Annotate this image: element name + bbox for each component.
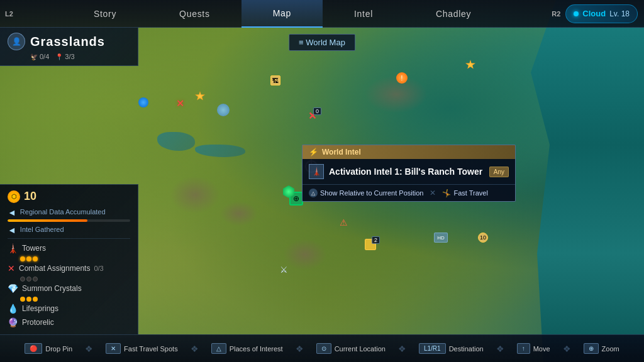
- drop-pin-text: Drop Pin: [45, 345, 72, 353]
- tooltip-header-icon: ⚡: [309, 148, 318, 156]
- show-position-action[interactable]: △ Show Relative to Current Position: [309, 189, 423, 197]
- divider: [8, 238, 130, 239]
- arrow-icon: ◄: [8, 207, 16, 217]
- summon-dots: [20, 297, 130, 302]
- dot-2: [26, 256, 31, 261]
- intel-summon: 💎 Summon Crystals: [8, 282, 130, 295]
- right-shoulder-btn[interactable]: R2: [547, 10, 565, 18]
- top-navigation: L2 Story Quests Map Intel Chadley R2 Clo…: [0, 0, 644, 28]
- combat-label: Combat Assignments: [19, 264, 90, 273]
- action-destination: L1/R1 Destination: [419, 343, 484, 354]
- tab-intel[interactable]: Intel: [323, 0, 404, 28]
- dot-s2: [26, 297, 31, 302]
- summon-icon: 💎: [8, 283, 18, 293]
- intel-combat: ✕ Combat Assignments 0/3: [8, 261, 130, 275]
- towers-dots: [20, 256, 130, 261]
- move-text: Move: [533, 345, 550, 353]
- fast-travel-label: Fast Travel: [453, 189, 487, 197]
- chocobo-icon: 🦅: [30, 53, 38, 60]
- character-name: Cloud: [582, 9, 606, 18]
- world-map-button[interactable]: ≡ World Map: [289, 34, 355, 51]
- fast-travel-text: Fast Travel Spots: [124, 345, 178, 353]
- action-current-location: ⊙ Current Location: [316, 343, 386, 354]
- stat-location-value: 3/3: [65, 53, 74, 60]
- terrain-rocks-3: [283, 239, 327, 270]
- nav-tabs: Story Quests Map Intel Chadley: [18, 0, 547, 28]
- protorelic-label: Protorelic: [22, 318, 54, 327]
- combat-count: 0/3: [94, 265, 103, 272]
- dot-3: [33, 256, 38, 261]
- intel-lifesprings: 💧 Lifesprings: [8, 302, 130, 315]
- score-display: ⬡ 10: [8, 190, 130, 203]
- combat-icon: ✕: [8, 263, 15, 273]
- accumulated-progress: [8, 219, 130, 222]
- tooltip-header-text: World Intel: [322, 148, 361, 156]
- tooltip-actions: △ Show Relative to Current Position ✕ 🤸 …: [303, 185, 515, 201]
- places-text: Places of Interest: [230, 345, 283, 353]
- zoom-btn[interactable]: ⊕: [584, 343, 599, 354]
- score-icon: ⬡: [8, 190, 20, 203]
- drop-pin-btn[interactable]: 🔴: [25, 343, 42, 354]
- action-drop-pin: 🔴 Drop Pin: [25, 343, 72, 354]
- fast-travel-spots-btn[interactable]: ✕: [106, 343, 121, 354]
- progress-bar-bg: [8, 219, 130, 222]
- fast-travel-action[interactable]: 🤸 Fast Travel: [442, 189, 487, 197]
- current-loc-btn[interactable]: ⊙: [316, 343, 331, 354]
- accumulated-section[interactable]: ◄ Regional Data Accumulated: [8, 207, 130, 218]
- tab-quests[interactable]: Quests: [148, 0, 242, 28]
- dot-c3: [33, 277, 38, 282]
- action-move: ↑ Move: [517, 343, 550, 354]
- combat-dots: [20, 277, 130, 282]
- action-places: △ Places of Interest: [211, 343, 283, 354]
- show-position-label: Show Relative to Current Position: [320, 189, 423, 197]
- location-icon: 📍: [55, 53, 63, 60]
- lifespring-icon: 💧: [8, 304, 18, 314]
- protorelic-icon: 🔮: [8, 317, 18, 327]
- action-zoom: ⊕ Zoom: [584, 343, 619, 354]
- zoom-text: Zoom: [602, 345, 619, 353]
- region-header: 👤 Grasslands: [8, 33, 130, 50]
- region-stats: 🦅 0/4 📍 3/3: [30, 53, 130, 60]
- stat-locations: 📍 3/3: [55, 53, 74, 60]
- character-dot: [574, 11, 579, 16]
- lifespring-label: Lifesprings: [22, 304, 58, 313]
- accumulated-label: Regional Data Accumulated: [20, 207, 106, 217]
- dot-c2: [26, 277, 31, 282]
- tooltip-header: ⚡ World Intel: [303, 145, 515, 159]
- progress-bar-fill: [8, 219, 87, 222]
- terrain-rocks: [170, 176, 220, 214]
- intel-towers: 🗼 Towers: [8, 241, 130, 255]
- move-btn[interactable]: ↑: [517, 343, 530, 354]
- fast-travel-icon: 🤸: [442, 189, 451, 197]
- terrain-cliff: [365, 75, 428, 113]
- towers-icon: 🗼: [8, 243, 18, 253]
- intel-protorelic: 🔮 Protorelic: [8, 315, 130, 329]
- region-name: Grasslands: [30, 35, 105, 49]
- tab-chadley[interactable]: Chadley: [404, 0, 502, 28]
- region-info-panel: 👤 Grasslands 🦅 0/4 📍 3/3: [0, 28, 138, 66]
- tooltip-title-left: 🗼 Activation Intel 1: Bill's Ranch Tower: [309, 164, 482, 179]
- tab-story[interactable]: Story: [62, 0, 148, 28]
- tab-map[interactable]: Map: [242, 0, 323, 28]
- dot-c1: [20, 277, 25, 282]
- tooltip-tag: Any: [489, 167, 509, 177]
- gathered-label: Intel Gathered: [20, 224, 64, 234]
- tooltip-item-icon: 🗼: [309, 164, 324, 179]
- score-value: 10: [24, 190, 36, 203]
- summon-label: Summon Crystals: [22, 284, 82, 293]
- dot-1: [20, 256, 25, 261]
- arrow-icon-2: ◄: [8, 225, 16, 235]
- dot-s3: [33, 297, 38, 302]
- places-btn[interactable]: △: [211, 343, 226, 354]
- tooltip-title-text: Activation Intel 1: Bill's Ranch Tower: [329, 167, 482, 177]
- stat-chocobo-value: 0/4: [40, 53, 49, 60]
- gathered-section[interactable]: ◄ Intel Gathered: [8, 224, 130, 236]
- tooltip-title-row: 🗼 Activation Intel 1: Bill's Ranch Tower…: [303, 159, 515, 185]
- left-shoulder-btn[interactable]: L2: [0, 10, 18, 18]
- action-fast-travel: ✕ Fast Travel Spots: [106, 343, 178, 354]
- dot-s1: [20, 297, 25, 302]
- destination-btn[interactable]: L1/R1: [419, 343, 446, 354]
- stat-chocobos: 🦅 0/4: [30, 53, 49, 60]
- towers-label: Towers: [22, 244, 46, 253]
- action-btn-icon: △: [309, 189, 318, 197]
